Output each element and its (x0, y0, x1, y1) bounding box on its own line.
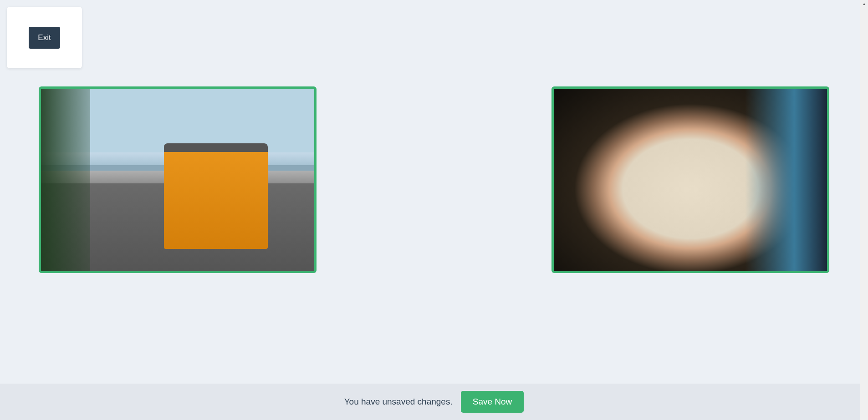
scrollbar-up-arrow-icon[interactable]: ▲ (860, 0, 868, 8)
save-now-button[interactable]: Save Now (461, 391, 524, 413)
footer-bar: You have unsaved changes. Save Now (0, 384, 868, 420)
image-van-beach (41, 89, 314, 271)
scrollbar-track[interactable]: ▲ (860, 0, 868, 420)
image-row (0, 0, 868, 273)
unsaved-changes-text: You have unsaved changes. (344, 397, 453, 407)
image-card-2[interactable] (551, 86, 829, 273)
image-card-1[interactable] (39, 86, 317, 273)
image-hands-map (554, 89, 827, 271)
exit-button[interactable]: Exit (29, 27, 60, 49)
exit-card: Exit (7, 7, 82, 68)
